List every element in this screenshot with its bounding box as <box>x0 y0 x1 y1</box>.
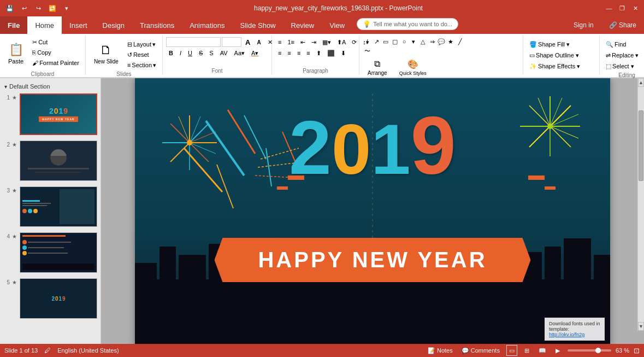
font-spacing-button[interactable]: AV <box>217 48 231 58</box>
reset-button[interactable]: ↺ Reset <box>125 50 159 60</box>
columns-button[interactable]: ▦▾ <box>320 37 334 47</box>
align-middle-button[interactable]: ⬛ <box>324 48 338 58</box>
slide-item-2[interactable]: 2 ★ <box>2 138 98 183</box>
slideshow-button[interactable]: ▶ <box>552 345 563 356</box>
tab-review[interactable]: Review <box>283 16 322 34</box>
decrease-font-button[interactable]: A <box>254 37 263 47</box>
align-right-button[interactable]: ≡ <box>294 48 303 58</box>
tab-home[interactable]: Home <box>27 16 62 34</box>
shape-more-btn[interactable]: ▾ <box>409 37 418 46</box>
tab-transitions[interactable]: Transitions <box>132 16 182 34</box>
rect-shape-btn[interactable]: ▭ <box>381 37 390 46</box>
convert-smartart-button[interactable]: ⟳ <box>349 37 359 47</box>
new-slide-button[interactable]: 🗋 New Slide <box>89 37 123 70</box>
slide-sorter-button[interactable]: ⊞ <box>522 345 533 356</box>
tab-view[interactable]: View <box>322 16 352 34</box>
arrange-button[interactable]: ⧉ Arrange <box>363 56 392 78</box>
roundrect-shape-btn[interactable]: ▢ <box>391 37 399 46</box>
share-button[interactable]: 🔗 Share <box>601 16 644 34</box>
curve-shape-btn[interactable]: 〜 <box>363 46 371 55</box>
font-color-button[interactable]: A▾ <box>249 48 261 58</box>
font-family-input[interactable] <box>166 37 221 47</box>
bullets-button[interactable]: ≡ <box>275 37 284 47</box>
line-shape-btn[interactable]: / <box>363 37 371 46</box>
replace-button[interactable]: ⇌ Replace ▾ <box>603 50 641 60</box>
tab-animations[interactable]: Animations <box>182 16 232 34</box>
tab-slideshow[interactable]: Slide Show <box>233 16 283 34</box>
rtarrow-shape-btn[interactable]: ⇒ <box>428 37 436 46</box>
redo-icon[interactable]: ↪ <box>33 3 44 14</box>
align-bottom-button[interactable]: ⬇ <box>338 48 348 58</box>
restore-button[interactable]: ❐ <box>618 4 627 13</box>
callout-shape-btn[interactable]: 💬 <box>437 37 446 46</box>
tab-design[interactable]: Design <box>95 16 132 34</box>
undo-icon[interactable]: ↩ <box>19 3 29 14</box>
format-painter-button[interactable]: 🖌 Format Painter <box>29 58 82 68</box>
fit-slide-button[interactable]: ⊡ <box>634 347 640 355</box>
find-button[interactable]: 🔍 Find <box>603 39 629 49</box>
strikethrough-button[interactable]: S <box>196 48 205 58</box>
notes-button[interactable]: 📝 Notes <box>426 346 455 355</box>
change-case-button[interactable]: Aa▾ <box>232 48 247 58</box>
font-size-input[interactable] <box>222 37 241 47</box>
comments-button[interactable]: 💬 Comments <box>459 346 502 355</box>
scroll-down-button[interactable]: ▼ <box>638 322 644 331</box>
left-dash-1 <box>288 175 304 180</box>
scroll-thumb[interactable] <box>639 110 643 181</box>
canvas-vscrollbar[interactable]: ▲ ▼ <box>637 78 644 331</box>
star-shape-btn[interactable]: ★ <box>446 37 455 46</box>
align-justify-button[interactable]: ≡ <box>304 48 312 58</box>
notes-accessibility-icon[interactable]: 🖊 <box>44 347 51 354</box>
text-direction-button[interactable]: ⬆A <box>334 37 348 47</box>
paste-button[interactable]: 📋 Paste <box>3 37 28 70</box>
increase-indent-button[interactable]: ⇥ <box>309 37 319 47</box>
slide-item-1[interactable]: 1 ★ 2 0 1 9 HAPPY NEW YEAR <box>2 91 98 137</box>
close-button[interactable]: ✕ <box>631 4 640 13</box>
download-link[interactable]: http://okv.io/fn2g <box>549 332 600 337</box>
tab-insert[interactable]: Insert <box>62 16 95 34</box>
reading-view-button[interactable]: 📖 <box>537 345 548 356</box>
cut-button[interactable]: ✂ Cut <box>29 37 82 47</box>
section-header[interactable]: ▾ Default Section <box>2 81 98 91</box>
layout-button[interactable]: ⊟ Layout ▾ <box>125 39 159 49</box>
ellipse-shape-btn[interactable]: ○ <box>400 37 409 46</box>
shape-outline-button[interactable]: ▭ Shape Outline ▾ <box>527 50 582 60</box>
slide-item-4[interactable]: 4 ★ <box>2 230 98 275</box>
shape-fill-button[interactable]: 🪣 Shape Fill ▾ <box>527 39 572 49</box>
sign-in-button[interactable]: Sign in <box>566 16 601 34</box>
svg-line-51 <box>529 106 550 126</box>
tab-file[interactable]: File <box>0 16 27 34</box>
quick-styles-button[interactable]: 🎨 Quick Styles <box>394 56 432 78</box>
slide-item-5[interactable]: 5 ★ 2 0 1 9 <box>2 276 98 321</box>
italic-button[interactable]: I <box>177 48 184 58</box>
svg-rect-1 <box>135 263 157 290</box>
copy-button[interactable]: ⎘ Copy <box>29 48 82 57</box>
align-center-button[interactable]: ≡ <box>285 48 293 58</box>
shape-effects-button[interactable]: ✨ Shape Effects ▾ <box>527 61 583 71</box>
increase-font-button[interactable]: A <box>243 37 253 47</box>
shadow-button[interactable]: S <box>206 48 216 58</box>
select-button[interactable]: ⬚ Select ▾ <box>603 61 637 71</box>
minimize-button[interactable]: — <box>605 4 613 13</box>
bold-button[interactable]: B <box>166 48 176 58</box>
customize-qat-icon[interactable]: ▾ <box>61 3 72 14</box>
slide-item-3[interactable]: 3 ★ <box>2 184 98 229</box>
align-left-button[interactable]: ≡ <box>275 48 284 58</box>
language-indicator[interactable]: English (United States) <box>57 347 119 354</box>
scroll-up-button[interactable]: ▲ <box>638 78 644 87</box>
decrease-indent-button[interactable]: ⇤ <box>298 37 308 47</box>
format-painter-icon: 🖌 <box>32 60 38 66</box>
triangle-shape-btn[interactable]: △ <box>418 37 427 46</box>
save-icon[interactable]: 💾 <box>4 3 15 14</box>
align-top-button[interactable]: ⬆ <box>314 48 324 58</box>
section-button[interactable]: ≡ Section ▾ <box>125 60 159 70</box>
autosave-icon[interactable]: 🔁 <box>47 3 58 14</box>
shape-effects-icon: ✨ <box>529 63 537 70</box>
numbering-button[interactable]: 1≡ <box>285 37 297 47</box>
zoom-slider[interactable] <box>568 349 611 352</box>
underline-button[interactable]: U <box>185 48 195 58</box>
arrow-shape-btn[interactable]: ↗ <box>372 37 381 46</box>
tell-me-box[interactable]: 💡 Tell me what you want to do... <box>357 18 458 30</box>
line2-shape-btn[interactable]: ╱ <box>456 37 464 46</box>
normal-view-button[interactable]: ▭ <box>506 345 517 356</box>
